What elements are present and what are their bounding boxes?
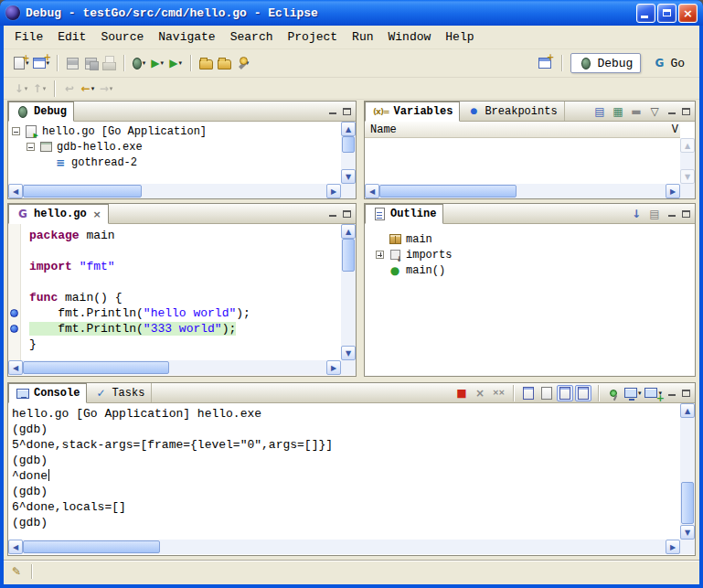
- variables-vscrollbar[interactable]: ▲▼: [680, 138, 695, 184]
- variables-hscrollbar[interactable]: ◀▶: [365, 184, 680, 198]
- code-line[interactable]: import "fmt": [29, 259, 341, 274]
- variables-column-header[interactable]: Name V: [365, 122, 680, 138]
- tab-console[interactable]: Console: [8, 383, 87, 403]
- editor-hscrollbar[interactable]: ◀▶: [8, 360, 341, 375]
- perspective-debug-button[interactable]: Debug: [570, 53, 641, 73]
- scrollbar-thumb[interactable]: [342, 239, 355, 272]
- scrollbar-thumb[interactable]: [23, 361, 169, 374]
- title-bar[interactable]: Debug - testGo/src/cmd/hello.go - Eclips…: [0, 0, 703, 26]
- tab-debug[interactable]: Debug: [8, 102, 74, 122]
- new-wizard-icon[interactable]: ▾: [32, 55, 51, 71]
- run-last-icon[interactable]: ▶▾: [167, 55, 184, 71]
- open-console-icon[interactable]: ▾: [644, 385, 663, 401]
- debug-launch-icon[interactable]: ▾: [131, 55, 147, 71]
- remove-all-launches-icon[interactable]: ××: [490, 385, 506, 401]
- minimize-view-icon[interactable]: [666, 106, 677, 117]
- minimize-view-icon[interactable]: [326, 106, 338, 117]
- maximize-view-icon[interactable]: [341, 106, 353, 117]
- maximize-view-icon[interactable]: [341, 208, 353, 219]
- tab-tasks[interactable]: ✓ Tasks: [87, 383, 152, 402]
- instruction-pointer-icon[interactable]: [10, 325, 18, 333]
- back-icon[interactable]: ←▾: [80, 80, 96, 97]
- tab-outline[interactable]: Outline: [365, 204, 443, 224]
- tab-hello-go[interactable]: G hello.go ×: [8, 204, 109, 224]
- sort-icon[interactable]: ↓: [628, 206, 644, 222]
- scrollbar-thumb[interactable]: [681, 482, 694, 524]
- menu-file[interactable]: File: [7, 26, 50, 49]
- breakpoint-icon[interactable]: [10, 309, 18, 317]
- scrollbar-thumb[interactable]: [23, 540, 160, 553]
- debug-hscrollbar[interactable]: ◀▶: [8, 184, 341, 198]
- scroll-lock-icon[interactable]: [538, 385, 555, 401]
- run-launch-icon[interactable]: ▶▾: [149, 55, 165, 71]
- remove-launch-icon[interactable]: ×: [472, 385, 488, 401]
- console-content[interactable]: hello.go [Go Application] hello.exe (gdb…: [8, 403, 695, 555]
- tasks-icon: ✓: [93, 387, 108, 400]
- editor-content[interactable]: package mainimport "fmt"func main() { fm…: [8, 224, 356, 376]
- maximize-button[interactable]: [657, 4, 676, 23]
- tab-variables[interactable]: (x)= Variables: [365, 102, 460, 122]
- code-line[interactable]: func main() {: [29, 290, 341, 305]
- scrollbar-thumb[interactable]: [379, 185, 517, 198]
- editor-vscrollbar[interactable]: ▲▼: [341, 224, 356, 360]
- code-line[interactable]: [29, 243, 341, 259]
- code-line[interactable]: }: [29, 337, 341, 352]
- minimize-view-icon[interactable]: [666, 208, 677, 219]
- tree-item[interactable]: ●main(): [372, 262, 695, 278]
- show-stderr-icon[interactable]: [575, 385, 591, 401]
- menu-edit[interactable]: Edit: [50, 26, 93, 49]
- perspective-go-button[interactable]: G Go: [644, 53, 692, 73]
- display-console-icon[interactable]: ▾: [623, 385, 643, 401]
- view-menu-icon[interactable]: ▽: [646, 103, 663, 120]
- menu-project[interactable]: Project: [280, 26, 345, 49]
- hide-fields-icon[interactable]: ▤: [646, 206, 663, 222]
- show-stdout-icon[interactable]: [557, 385, 573, 401]
- tree-item[interactable]: gdb-hello.exe: [8, 139, 341, 155]
- maximize-view-icon[interactable]: [680, 388, 692, 399]
- tree-expander-icon[interactable]: [376, 251, 384, 259]
- terminate-icon[interactable]: ■: [453, 385, 470, 401]
- code-area[interactable]: package mainimport "fmt"func main() { fm…: [22, 224, 341, 360]
- tree-expander-icon[interactable]: [12, 127, 20, 135]
- close-tab-icon[interactable]: ×: [93, 208, 101, 220]
- tree-item[interactable]: ≡gothread-2: [8, 155, 341, 170]
- pin-console-icon[interactable]: [605, 385, 622, 401]
- scrollbar-thumb[interactable]: [342, 136, 355, 153]
- scrollbar-thumb[interactable]: [23, 185, 142, 198]
- maximize-view-icon[interactable]: [680, 208, 692, 219]
- menu-help[interactable]: Help: [438, 26, 481, 49]
- annotation-ruler[interactable]: [8, 224, 21, 360]
- collapse-all-icon[interactable]: ▬: [628, 103, 644, 120]
- code-line[interactable]: [29, 274, 341, 290]
- debug-vscrollbar[interactable]: ▲▼: [341, 122, 356, 184]
- menu-window[interactable]: Window: [381, 26, 439, 49]
- close-button[interactable]: ×: [678, 4, 698, 23]
- open-perspective-icon[interactable]: [537, 55, 553, 71]
- clear-console-icon[interactable]: [520, 385, 537, 401]
- code-line[interactable]: package main: [29, 228, 341, 243]
- code-line[interactable]: fmt.Println("333 world");: [29, 321, 341, 337]
- tab-breakpoints[interactable]: ● Breakpoints: [460, 102, 564, 121]
- fast-view-icon[interactable]: ✎: [9, 565, 24, 578]
- search-icon[interactable]: ▾: [234, 55, 250, 71]
- menu-run[interactable]: Run: [345, 26, 380, 49]
- console-hscrollbar[interactable]: ◀▶: [8, 540, 680, 554]
- console-vscrollbar[interactable]: ▲▼: [680, 403, 695, 540]
- show-type-names-icon[interactable]: ▤: [591, 103, 608, 120]
- minimize-view-icon[interactable]: [326, 208, 338, 219]
- new-icon[interactable]: ▾: [13, 55, 30, 71]
- export-icon[interactable]: [216, 55, 232, 71]
- menu-source[interactable]: Source: [93, 26, 151, 49]
- minimize-view-icon[interactable]: [666, 388, 677, 399]
- tree-item[interactable]: hello.go [Go Application]: [8, 123, 341, 139]
- show-logical-structure-icon[interactable]: ▦: [610, 103, 626, 120]
- code-line[interactable]: fmt.Println("hello world");: [29, 305, 341, 321]
- menu-navigate[interactable]: Navigate: [151, 26, 222, 49]
- menu-search[interactable]: Search: [223, 26, 281, 49]
- tree-expander-icon[interactable]: [27, 143, 35, 151]
- import-icon[interactable]: [197, 55, 214, 71]
- maximize-view-icon[interactable]: [680, 106, 692, 117]
- tree-item[interactable]: main: [372, 231, 695, 247]
- tree-item[interactable]: imports: [372, 247, 695, 262]
- minimize-button[interactable]: [636, 4, 655, 23]
